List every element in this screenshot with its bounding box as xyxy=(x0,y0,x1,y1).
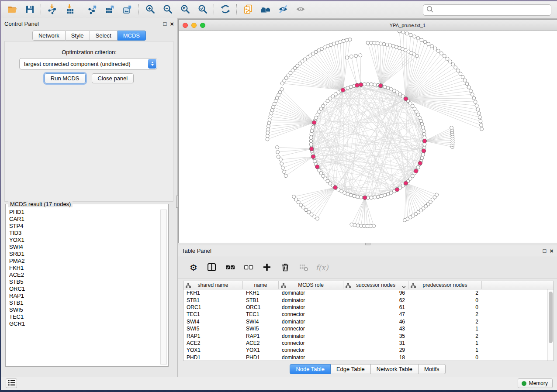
deselect-all-button[interactable] xyxy=(243,262,254,273)
mcds-result-item[interactable]: PMA2 xyxy=(9,258,160,265)
network-leaf-node[interactable] xyxy=(472,96,476,100)
network-leaf-node[interactable] xyxy=(457,69,460,72)
network-node[interactable] xyxy=(366,83,370,86)
network-node[interactable] xyxy=(421,126,425,129)
tab-network-table[interactable]: Network Table xyxy=(371,364,419,374)
import-network-button[interactable] xyxy=(44,3,61,17)
network-node[interactable] xyxy=(389,88,393,91)
network-leaf-node[interactable] xyxy=(451,63,455,66)
float-panel-icon[interactable]: □ xyxy=(163,21,166,27)
network-leaf-node[interactable] xyxy=(342,39,345,43)
network-node[interactable] xyxy=(373,196,377,199)
tab-node-table[interactable]: Node Table xyxy=(290,364,331,374)
network-leaf-node[interactable] xyxy=(401,31,405,34)
network-leaf-node[interactable] xyxy=(373,41,376,45)
table-row[interactable]: RAP1RAP1dominator352 xyxy=(183,332,554,339)
mcds-result-item[interactable]: STB5 xyxy=(9,279,160,285)
close-panel-icon[interactable]: × xyxy=(170,21,174,27)
network-window-titlebar[interactable]: YPA_prune.txt_1 xyxy=(179,20,557,31)
network-leaf-node[interactable] xyxy=(467,86,471,89)
column-header-name[interactable]: name xyxy=(243,281,279,289)
table-row[interactable]: PHD1PHD1dominator180 xyxy=(183,354,554,361)
network-node[interactable] xyxy=(309,139,313,143)
network-leaf-node[interactable] xyxy=(339,40,342,44)
network-node[interactable] xyxy=(343,191,346,195)
network-leaf-node[interactable] xyxy=(350,223,353,226)
table-row[interactable]: SWI4SWI4dominator462 xyxy=(183,318,554,325)
network-node[interactable] xyxy=(422,129,426,133)
clone-network-button[interactable] xyxy=(239,3,257,17)
network-leaf-node[interactable] xyxy=(280,162,284,165)
mcds-result-item[interactable]: SWI4 xyxy=(9,244,160,251)
network-node[interactable] xyxy=(356,195,360,199)
network-leaf-node[interactable] xyxy=(276,146,279,149)
network-node[interactable] xyxy=(315,116,318,120)
network-leaf-node[interactable] xyxy=(474,100,477,103)
task-history-button[interactable] xyxy=(6,378,17,388)
network-leaf-node[interactable] xyxy=(433,47,437,50)
network-leaf-node[interactable] xyxy=(443,54,446,58)
table-row[interactable]: FKH1FKH1dominator962 xyxy=(183,289,554,296)
network-leaf-node[interactable] xyxy=(435,193,439,196)
table-row[interactable]: TEC1TEC1connector472 xyxy=(183,311,554,318)
mcds-hub-node[interactable] xyxy=(311,155,315,158)
tab-style[interactable]: Style xyxy=(66,31,90,41)
network-leaf-node[interactable] xyxy=(281,166,284,169)
table-scrollbar[interactable] xyxy=(547,289,554,361)
close-panel-button[interactable]: Close panel xyxy=(92,73,134,83)
network-leaf-node[interactable] xyxy=(479,120,482,123)
mcds-hub-node[interactable] xyxy=(404,97,408,101)
sort-chevron-icon[interactable] xyxy=(402,284,406,290)
network-leaf-node[interactable] xyxy=(480,124,483,127)
mcds-result-item[interactable]: PHD1 xyxy=(9,209,160,216)
mcds-hub-node[interactable] xyxy=(333,186,337,189)
tab-network[interactable]: Network xyxy=(32,31,66,41)
network-leaf-node[interactable] xyxy=(382,42,386,46)
column-header-successor-nodes[interactable]: successor nodes xyxy=(343,281,408,289)
minimize-window-icon[interactable] xyxy=(191,23,197,28)
mcds-hub-node[interactable] xyxy=(363,196,367,199)
delete-row-button[interactable] xyxy=(280,262,291,273)
zoom-selected-button[interactable] xyxy=(194,3,211,17)
network-leaf-node[interactable] xyxy=(266,131,270,134)
mcds-hub-node[interactable] xyxy=(395,188,399,192)
network-leaf-node[interactable] xyxy=(450,126,453,130)
network-node[interactable] xyxy=(349,193,353,197)
network-node[interactable] xyxy=(373,83,377,86)
network-leaf-node[interactable] xyxy=(379,42,382,45)
network-node[interactable] xyxy=(386,193,390,196)
tab-edge-table[interactable]: Edge Table xyxy=(331,364,371,374)
network-leaf-node[interactable] xyxy=(376,41,379,45)
export-network-button[interactable] xyxy=(84,3,101,17)
hide-selected-button[interactable] xyxy=(274,3,292,17)
network-canvas[interactable] xyxy=(179,31,557,243)
mcds-result-item[interactable]: FKH1 xyxy=(9,265,160,272)
tab-mcds[interactable]: MCDS xyxy=(118,31,146,41)
mcds-hub-node[interactable] xyxy=(422,139,426,143)
network-leaf-node[interactable] xyxy=(478,116,481,119)
network-node[interactable] xyxy=(346,193,349,196)
zoom-fit-button[interactable] xyxy=(176,3,194,17)
zoom-window-icon[interactable] xyxy=(200,23,205,28)
network-leaf-node[interactable] xyxy=(420,38,423,42)
network-node[interactable] xyxy=(313,159,316,163)
network-leaf-node[interactable] xyxy=(345,56,349,59)
mcds-result-item[interactable]: RAP1 xyxy=(9,292,160,299)
column-layout-button[interactable] xyxy=(206,262,218,273)
column-header-shared-name[interactable]: shared name xyxy=(183,281,243,289)
network-leaf-node[interactable] xyxy=(266,128,270,131)
network-leaf-node[interactable] xyxy=(363,224,366,228)
network-node[interactable] xyxy=(376,195,380,199)
network-leaf-node[interactable] xyxy=(348,38,352,41)
network-leaf-node[interactable] xyxy=(279,158,283,161)
add-row-button[interactable] xyxy=(261,262,273,273)
close-table-panel-icon[interactable]: × xyxy=(550,248,554,254)
tab-motifs[interactable]: Motifs xyxy=(419,364,446,374)
network-node[interactable] xyxy=(383,193,387,197)
mcds-hub-node[interactable] xyxy=(414,169,418,173)
table-row[interactable]: ACE2ACE2connector311 xyxy=(183,340,554,347)
network-leaf-node[interactable] xyxy=(366,224,369,228)
network-node[interactable] xyxy=(349,85,353,89)
network-node[interactable] xyxy=(380,194,383,198)
home-view-button[interactable] xyxy=(257,3,274,17)
